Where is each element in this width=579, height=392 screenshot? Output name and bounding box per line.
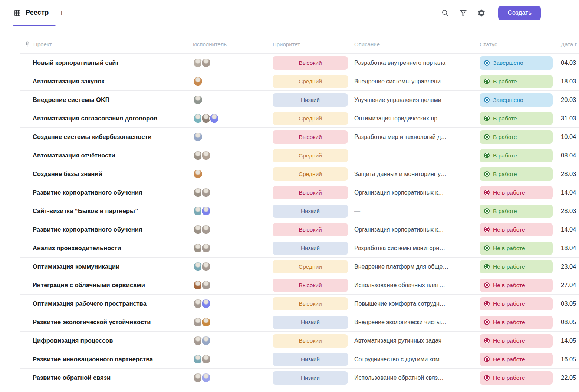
status-badge[interactable]: Не в работе	[480, 186, 553, 199]
project-name[interactable]: Оптимизация рабочего пространства	[20, 300, 193, 307]
avatar[interactable]	[201, 354, 211, 364]
priority-badge[interactable]: Низкий	[273, 93, 348, 107]
project-name[interactable]: Создание системы кибербезопасности	[20, 133, 193, 140]
priority-badge[interactable]: Средний	[273, 112, 348, 125]
status-badge[interactable]: В работе	[480, 205, 553, 218]
table-row[interactable]: Развитие обратной связи Низкий Использов…	[20, 369, 579, 387]
avatar[interactable]	[201, 225, 211, 235]
avatar[interactable]	[201, 187, 211, 197]
assignee-avatars[interactable]	[193, 206, 273, 216]
priority-badge[interactable]: Низкий	[273, 371, 348, 385]
assignee-avatars[interactable]	[193, 354, 273, 364]
avatar[interactable]	[201, 262, 211, 272]
assignee-avatars[interactable]	[193, 113, 273, 123]
status-badge[interactable]: Завершено	[480, 93, 553, 107]
table-row[interactable]: Автоматизация отчётности Средний — В раб…	[20, 146, 579, 165]
status-badge[interactable]: Не в работе	[480, 223, 553, 236]
table-row[interactable]: Новый корпоративный сайт Высокий Разрабо…	[20, 54, 579, 72]
assignee-avatars[interactable]	[193, 76, 273, 86]
status-badge[interactable]: Не в работе	[480, 371, 553, 385]
column-header-project[interactable]: Проект	[20, 41, 193, 48]
assignee-avatars[interactable]	[193, 225, 273, 235]
table-row[interactable]: Автоматизация закупок Средний Внедрение …	[20, 72, 579, 91]
table-row[interactable]: Оптимизация коммуникации Средний Внедрен…	[20, 258, 579, 276]
search-icon[interactable]	[441, 9, 450, 17]
status-badge[interactable]: Не в работе	[480, 316, 553, 329]
settings-gear-icon[interactable]	[477, 9, 486, 17]
assignee-avatars[interactable]	[193, 132, 273, 142]
priority-badge[interactable]: Высокий	[273, 223, 348, 236]
project-name[interactable]: Развитие корпоративного обучения	[20, 189, 193, 196]
status-badge[interactable]: В работе	[480, 167, 553, 181]
status-badge[interactable]: Не в работе	[480, 353, 553, 366]
avatar[interactable]	[201, 206, 211, 216]
table-row[interactable]: Сайт-визитка “Быков и партнеры” Низкий —…	[20, 202, 579, 220]
project-name[interactable]: Сайт-визитка “Быков и партнеры”	[20, 207, 193, 215]
column-header-status[interactable]: Статус	[480, 41, 561, 47]
project-name[interactable]: Развитие корпоративного обучения	[20, 226, 193, 233]
priority-badge[interactable]: Высокий	[273, 130, 348, 144]
priority-badge[interactable]: Низкий	[273, 205, 348, 218]
table-row[interactable]: Развитие инновационного партнерства Низк…	[20, 350, 579, 369]
assignee-avatars[interactable]	[193, 336, 273, 346]
avatar[interactable]	[201, 58, 211, 68]
table-row[interactable]: Создание базы знаний Средний Защита данн…	[20, 165, 579, 183]
table-row[interactable]: Развитие экологической устойчивости Низк…	[20, 313, 579, 332]
table-row[interactable]: Развитие корпоративного обучения Высокий…	[20, 220, 579, 239]
project-name[interactable]: Развитие экологической устойчивости	[20, 319, 193, 326]
avatar[interactable]	[201, 373, 211, 383]
priority-badge[interactable]: Средний	[273, 167, 348, 181]
column-header-assignee[interactable]: Исполнитель	[193, 41, 273, 47]
project-name[interactable]: Оптимизация коммуникации	[20, 263, 193, 270]
status-badge[interactable]: Не в работе	[480, 334, 553, 348]
priority-badge[interactable]: Низкий	[273, 242, 348, 255]
avatar[interactable]	[193, 76, 203, 86]
assignee-avatars[interactable]	[193, 280, 273, 290]
column-header-date[interactable]: Дата г	[561, 41, 579, 47]
assignee-avatars[interactable]	[193, 243, 273, 253]
assignee-avatars[interactable]	[193, 187, 273, 197]
priority-badge[interactable]: Высокий	[273, 279, 348, 292]
priority-badge[interactable]: Высокий	[273, 334, 348, 348]
avatar[interactable]	[201, 150, 211, 160]
priority-badge[interactable]: Высокий	[273, 186, 348, 199]
avatar[interactable]	[193, 132, 203, 142]
status-badge[interactable]: Завершено	[480, 56, 553, 70]
project-name[interactable]: Развитие инновационного партнерства	[20, 356, 193, 363]
priority-badge[interactable]: Низкий	[273, 316, 348, 329]
status-badge[interactable]: Не в работе	[480, 242, 553, 255]
create-button[interactable]: Создать	[498, 6, 541, 20]
avatar[interactable]	[193, 95, 203, 105]
filter-icon[interactable]	[459, 9, 468, 17]
status-badge[interactable]: Не в работе	[480, 279, 553, 292]
assignee-avatars[interactable]	[193, 262, 273, 272]
table-row[interactable]: Оптимизация рабочего пространства Высоки…	[20, 295, 579, 313]
project-name[interactable]: Анализ производительности	[20, 245, 193, 252]
avatar[interactable]	[193, 169, 203, 179]
project-name[interactable]: Развитие обратной связи	[20, 374, 193, 381]
avatar[interactable]	[201, 280, 211, 290]
project-name[interactable]: Автоматизация согласования договоров	[20, 115, 193, 122]
add-tab-button[interactable]: +	[59, 9, 64, 17]
avatar[interactable]	[209, 113, 219, 123]
status-badge[interactable]: Не в работе	[480, 260, 553, 273]
table-row[interactable]: Развитие корпоративного обучения Высокий…	[20, 183, 579, 202]
status-badge[interactable]: В работе	[480, 112, 553, 125]
status-badge[interactable]: В работе	[480, 130, 553, 144]
tab-reestr[interactable]: Реестр	[13, 0, 49, 26]
priority-badge[interactable]: Средний	[273, 260, 348, 273]
assignee-avatars[interactable]	[193, 169, 273, 179]
project-name[interactable]: Цифровизация процессов	[20, 337, 193, 344]
assignee-avatars[interactable]	[193, 58, 273, 68]
priority-badge[interactable]: Низкий	[273, 353, 348, 366]
avatar[interactable]	[201, 317, 211, 327]
project-name[interactable]: Автоматизация закупок	[20, 78, 193, 85]
table-row[interactable]: Создание системы кибербезопасности Высок…	[20, 128, 579, 146]
priority-badge[interactable]: Высокий	[273, 297, 348, 310]
project-name[interactable]: Автоматизация отчётности	[20, 152, 193, 159]
table-row[interactable]: Цифровизация процессов Высокий Автоматиз…	[20, 332, 579, 350]
avatar[interactable]	[201, 336, 211, 346]
project-name[interactable]: Внедрение системы OKR	[20, 96, 193, 103]
priority-badge[interactable]: Высокий	[273, 56, 348, 70]
priority-badge[interactable]: Средний	[273, 75, 348, 88]
